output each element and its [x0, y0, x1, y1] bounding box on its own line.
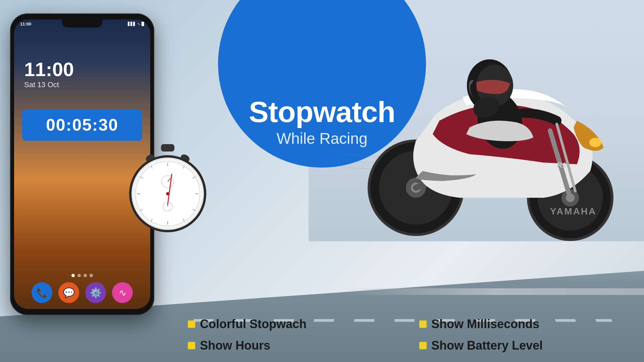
dot-0: [71, 274, 75, 277]
dot-2: [84, 274, 87, 277]
svg-point-23: [167, 193, 169, 195]
messages-icon: 💬: [63, 287, 75, 298]
dock-messages[interactable]: 💬: [58, 282, 79, 303]
feature-colorful: Colorful Stopwach: [188, 317, 392, 331]
dot-1: [77, 274, 81, 277]
dock-wifi[interactable]: ∿: [112, 282, 133, 303]
wifi-icon: ∿: [137, 22, 140, 26]
battery-icon: ▉: [142, 22, 144, 26]
bullet-hours: [188, 342, 195, 349]
feature-battery-label: Show Battery Level: [431, 339, 543, 353]
phone-clock: 11:00 Sat 13 Oct: [24, 60, 74, 89]
bullet-milliseconds: [419, 320, 427, 328]
features-list: Colorful Stopwach Show Milliseconds Show…: [188, 317, 624, 353]
status-icons: ▋▋▋ ∿ ▉: [128, 22, 144, 26]
signal-icon: ▋▋▋: [128, 22, 136, 26]
svg-text:YAMAHA: YAMAHA: [550, 206, 596, 217]
settings-icon: ⚙️: [90, 287, 102, 298]
phone-dock: 📞 💬 ⚙️ ∿: [14, 282, 150, 303]
dot-3: [90, 274, 93, 277]
feature-milliseconds: Show Milliseconds: [419, 317, 624, 331]
motorcycle-area: YAMAHA R1: [342, 27, 644, 275]
feature-battery: Show Battery Level: [419, 339, 624, 353]
status-time: 11:00: [20, 21, 31, 26]
dock-settings[interactable]: ⚙️: [85, 282, 106, 303]
status-bar: 11:00 ▋▋▋ ∿ ▉: [20, 21, 144, 26]
wifi-icon: ∿: [119, 287, 126, 298]
clock-date: Sat 13 Oct: [24, 80, 74, 89]
clock-time: 11:00: [24, 60, 74, 79]
feature-hours-label: Show Hours: [200, 339, 270, 353]
stopwatch-widget[interactable]: 00:05:30: [22, 109, 142, 141]
feature-colorful-label: Colorful Stopwach: [200, 317, 307, 331]
svg-rect-0: [161, 144, 174, 152]
dock-phone[interactable]: 📞: [32, 282, 52, 303]
svg-point-41: [589, 138, 601, 147]
stopwatch-icon: [121, 141, 215, 235]
feature-milliseconds-label: Show Milliseconds: [431, 317, 539, 331]
stopwatch-time: 00:05:30: [29, 115, 136, 135]
bullet-colorful: [188, 320, 195, 328]
phone-icon: 📞: [36, 287, 48, 298]
feature-hours: Show Hours: [188, 339, 392, 353]
svg-text:R1: R1: [557, 161, 566, 169]
bullet-battery: [419, 342, 427, 349]
guardrail: [342, 288, 644, 295]
page-dots: [14, 274, 150, 277]
